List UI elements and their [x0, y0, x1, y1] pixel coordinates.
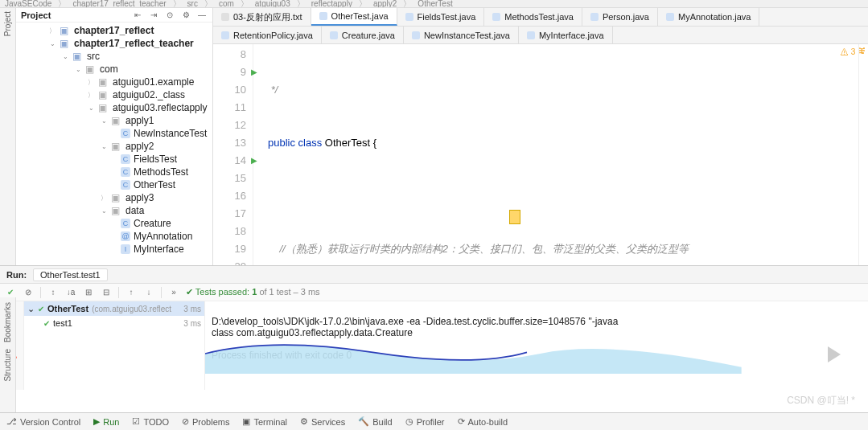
file-icon: [405, 13, 413, 21]
test-tree-item[interactable]: ✔test13 ms: [24, 316, 204, 330]
todo-tab[interactable]: ☑ TODO: [132, 416, 169, 427]
editor-tab[interactable]: NewInstanceTest.java: [404, 27, 519, 43]
breadcrumb-item[interactable]: apply2: [373, 0, 397, 8]
tree-node[interactable]: FieldsTest: [134, 154, 177, 165]
tree-node[interactable]: chapter17_reflect: [74, 25, 154, 36]
structure-tool-tab[interactable]: Structure: [3, 349, 12, 382]
version-control-tab[interactable]: ⎇ Version Control: [6, 416, 80, 427]
package-icon: ▣: [98, 76, 109, 88]
tree-node[interactable]: apply2: [125, 141, 154, 152]
run-panel: Run: OtherTest.test1 ✔ ⊘ ↕ ↓a ⊞ ⊟ ↑ ↓ » …: [0, 265, 868, 390]
profiler-tab[interactable]: ◷ Profiler: [405, 416, 445, 427]
tree-node[interactable]: atguigu03.reflectapply: [113, 102, 207, 113]
tree-node[interactable]: com: [100, 63, 118, 75]
terminal-tab[interactable]: ▣ Terminal: [242, 416, 287, 427]
error-stripe[interactable]: ⚠ 3 ⶬ: [858, 44, 868, 265]
tree-node[interactable]: Creature: [134, 218, 171, 229]
breadcrumb-item[interactable]: src: [187, 0, 198, 8]
left-tool-strip: Project: [0, 8, 16, 265]
file-icon: [412, 31, 420, 39]
editor-tab[interactable]: RetentionPolicy.java: [213, 27, 322, 43]
tree-node[interactable]: src: [87, 51, 100, 62]
package-icon: ▣: [98, 89, 109, 100]
class-icon: C: [121, 167, 130, 177]
tree-node[interactable]: MyInterface: [134, 244, 184, 255]
sort-alpha-icon[interactable]: ↓a: [65, 287, 76, 298]
breadcrumb-item[interactable]: chapter17_reflect_teacher: [72, 0, 166, 8]
run-config-tab[interactable]: OtherTest.test1: [33, 268, 108, 281]
class-icon: I: [121, 244, 130, 254]
tree-node[interactable]: data: [125, 205, 144, 216]
class-icon: C: [121, 129, 130, 138]
tree-node[interactable]: apply1: [125, 115, 154, 126]
editor-tab[interactable]: Creature.java: [322, 27, 404, 43]
tests-passed-label: ✔ Tests passed: 1 of 1 test – 3 ms: [186, 287, 320, 297]
tree-node[interactable]: atguigu01.example: [113, 76, 194, 88]
stop-icon[interactable]: ⊘: [23, 287, 34, 298]
class-icon: C: [121, 180, 130, 190]
select-opened-icon[interactable]: ⊙: [164, 10, 175, 21]
tree-node[interactable]: OtherTest: [134, 179, 175, 190]
package-icon: ▣: [111, 141, 122, 152]
console-line: D:\develop_tools\JDK\jdk-17.0.2\bin\java…: [212, 316, 618, 327]
project-tool-tab[interactable]: Project: [3, 11, 12, 36]
check-icon[interactable]: ✔: [5, 287, 16, 298]
warning-indicator[interactable]: ⚠ 3 ⶬ: [841, 47, 866, 56]
build-tab[interactable]: 🔨 Build: [358, 416, 392, 427]
editor-tabs-row2: RetentionPolicy.java Creature.java NewIn…: [213, 27, 868, 44]
tree-node[interactable]: MethodsTest: [134, 166, 188, 178]
project-tree[interactable]: 〉▣chapter17_reflect ⌄▣chapter17_reflect_…: [16, 23, 212, 257]
left-tool-strip-lower: Bookmarks Structure: [0, 297, 16, 412]
breadcrumb-item[interactable]: OtherTest: [418, 0, 452, 8]
tree-node[interactable]: NewInstanceTest: [134, 128, 207, 139]
collapse-icon[interactable]: ⊟: [101, 287, 112, 298]
editor-tab[interactable]: FieldsTest.java: [397, 8, 485, 26]
file-icon: [492, 13, 500, 21]
settings-icon[interactable]: ⚙: [180, 10, 191, 21]
tree-node[interactable]: atguigu02._class: [113, 89, 185, 100]
code-text-area[interactable]: */ public class OtherTest { //（熟悉）获取运行时类…: [253, 44, 858, 265]
package-icon: ▣: [85, 63, 97, 75]
test-tree[interactable]: ⌄✔OtherTest (com.atguigu03.reflect3 ms ✔…: [24, 301, 205, 390]
file-icon: [590, 13, 599, 21]
export-icon[interactable]: »: [168, 287, 179, 298]
services-tab[interactable]: ⚙ Services: [300, 416, 345, 427]
breadcrumb-item[interactable]: reflectapply: [311, 0, 352, 8]
editor-tabs-row1: 03-反射的应用.txt OtherTest.java FieldsTest.j…: [213, 8, 868, 27]
breadcrumb-item[interactable]: atguigu03: [255, 0, 290, 8]
expand-icon[interactable]: ⇥: [148, 10, 159, 21]
next-icon[interactable]: ↓: [143, 287, 154, 298]
package-icon: ▣: [98, 102, 109, 113]
editor-tab[interactable]: 03-反射的应用.txt: [213, 8, 311, 26]
bookmarks-tool-tab[interactable]: Bookmarks: [3, 302, 12, 342]
editor-tab-active[interactable]: OtherTest.java: [311, 8, 397, 26]
code-editor[interactable]: 8 9▶ 10 11 12 13 14▶ 15 16 17 18 19 20 *…: [213, 44, 868, 265]
tree-node[interactable]: apply3: [125, 192, 154, 203]
tree-node[interactable]: MyAnnotation: [134, 231, 192, 242]
collapse-icon[interactable]: ⇤: [132, 10, 143, 21]
prev-icon[interactable]: ↑: [125, 287, 137, 298]
run-tab[interactable]: ▶ Run: [93, 416, 119, 427]
editor-tab[interactable]: MyAnnotation.java: [658, 8, 760, 26]
folder-icon: ▣: [60, 38, 71, 49]
bottom-toolbar: ⎇ Version Control ▶ Run ☑ TODO ⊘ Problem…: [0, 412, 868, 430]
editor-tab[interactable]: MethodsTest.java: [484, 8, 582, 26]
class-icon: @: [121, 231, 130, 241]
autobuild-tab[interactable]: ⟳ Auto-build: [458, 416, 508, 427]
breadcrumb-item[interactable]: com: [219, 0, 234, 8]
problems-tab[interactable]: ⊘ Problems: [182, 416, 229, 427]
file-icon: [330, 31, 338, 39]
editor-tab[interactable]: Person.java: [582, 8, 658, 26]
expand-icon[interactable]: ⊞: [83, 287, 94, 298]
console-output[interactable]: D:\develop_tools\JDK\jdk-17.0.2\bin\java…: [205, 301, 868, 390]
hide-icon[interactable]: —: [196, 10, 208, 21]
breadcrumb-item[interactable]: JavaSECode: [5, 0, 51, 8]
editor-tab[interactable]: MyInterface.java: [519, 27, 613, 43]
sort-icon[interactable]: ↕: [47, 287, 59, 298]
test-tree-root[interactable]: ⌄✔OtherTest (com.atguigu03.reflect3 ms: [24, 301, 204, 316]
tree-node[interactable]: chapter17_reflect_teacher: [74, 38, 194, 49]
file-icon: [221, 13, 229, 21]
class-icon: C: [121, 219, 130, 228]
line-gutter: 8 9▶ 10 11 12 13 14▶ 15 16 17 18 19 20: [213, 44, 253, 265]
run-label: Run:: [6, 270, 27, 280]
